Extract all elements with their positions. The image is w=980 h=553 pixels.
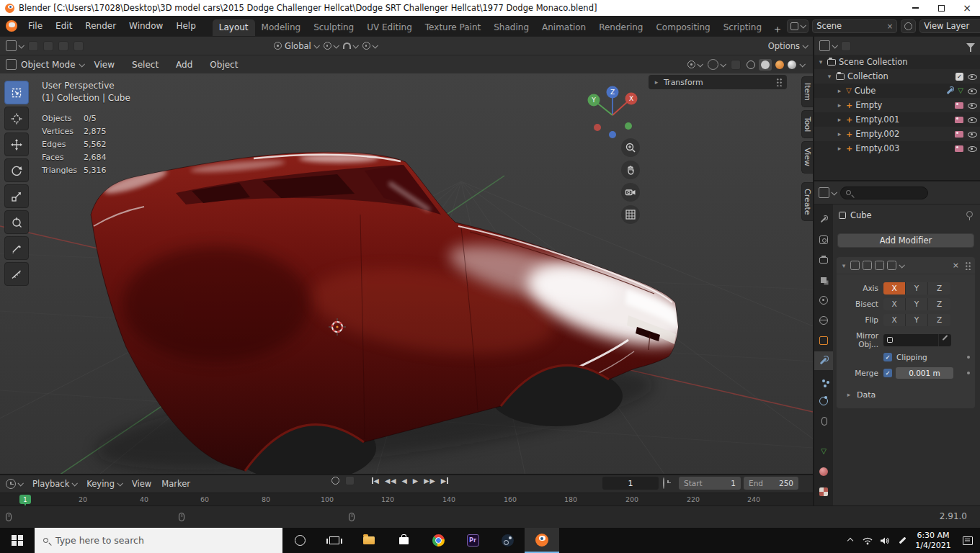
eye-icon[interactable] — [967, 101, 977, 109]
flip-x-toggle[interactable]: X — [883, 314, 906, 326]
tab-texture-props[interactable] — [814, 482, 833, 501]
solid-shading-active[interactable] — [759, 59, 772, 71]
orthographic-toggle-icon[interactable] — [621, 205, 640, 224]
eye-icon[interactable] — [967, 115, 977, 124]
disclosure-icon[interactable]: ▸ — [836, 145, 843, 152]
window-titlebar[interactable]: Blender [C:\Users\17028\Desktop\3D model… — [0, 0, 980, 16]
tab-animation[interactable]: Animation — [535, 19, 592, 36]
panel-collapse-icon[interactable]: ▾ — [840, 262, 847, 269]
tab-tool[interactable]: Tool — [801, 110, 813, 138]
tab-compositing[interactable]: Compositing — [649, 19, 716, 36]
outliner-row-empty-001[interactable]: ▸ + Empty.001 — [814, 112, 980, 127]
viewport-menu-add[interactable]: Add — [169, 55, 199, 73]
file-explorer-button[interactable] — [352, 528, 386, 553]
pin-icon[interactable] — [966, 211, 973, 217]
render-toggle-icon[interactable] — [887, 261, 896, 270]
animate-dot[interactable] — [967, 356, 970, 359]
steam-button[interactable] — [490, 528, 525, 553]
tab-create[interactable]: Create — [801, 182, 813, 222]
task-view-button[interactable] — [317, 528, 352, 553]
preview-range-icon[interactable] — [663, 477, 664, 489]
snap-dropdown[interactable] — [343, 42, 357, 49]
data-subpanel[interactable]: ▸ Data — [837, 388, 975, 401]
viewport-menu-object[interactable]: Object — [203, 55, 244, 73]
timeline-marker-menu[interactable]: Marker — [161, 479, 190, 489]
realtime-toggle-icon[interactable] — [875, 261, 884, 270]
axis-x-toggle[interactable]: X — [883, 282, 906, 295]
tab-view[interactable]: View — [801, 141, 813, 173]
modifier-extras-chevron[interactable] — [899, 262, 904, 268]
timeline-view-menu[interactable]: View — [132, 479, 151, 489]
disclosure-icon[interactable]: ▸ — [836, 87, 843, 94]
outliner-row-collection[interactable]: ▾ Collection ✓ — [814, 69, 980, 84]
show-gizmo-dropdown[interactable] — [687, 60, 702, 68]
playback-menu[interactable]: Playback — [32, 479, 76, 489]
navigation-gizmo[interactable]: Z Y X — [584, 84, 641, 143]
properties-search-input[interactable] — [840, 186, 928, 199]
taskbar-search[interactable]: Type here to search — [35, 528, 282, 553]
mode-dropdown[interactable]: Object Mode — [21, 60, 84, 70]
tab-modifier-props[interactable] — [814, 351, 833, 370]
tray-expand-button[interactable] — [842, 528, 859, 553]
start-frame-field[interactable]: Start1 — [679, 477, 741, 490]
tab-output-props[interactable] — [814, 251, 833, 269]
tab-render-props[interactable] — [814, 230, 833, 249]
proportional-editing-dropdown[interactable] — [362, 42, 377, 50]
mirror-object-field[interactable] — [883, 334, 938, 346]
play-button[interactable]: ▶ — [413, 477, 418, 485]
rendered-shading-icon[interactable] — [788, 60, 796, 69]
taskbar-clock[interactable]: 6:30 AM 1/4/2021 — [911, 531, 956, 551]
scene-selector[interactable]: Scene × — [812, 19, 897, 33]
eyedropper-icon[interactable] — [938, 334, 951, 346]
material-preview-icon[interactable] — [775, 60, 784, 69]
tab-modeling[interactable]: Modeling — [255, 19, 308, 36]
bisect-x-toggle[interactable]: X — [883, 298, 906, 310]
xray-toggle[interactable] — [731, 60, 741, 70]
tab-constraints-props[interactable] — [814, 412, 833, 431]
disclosure-icon[interactable]: ▸ — [836, 116, 843, 123]
rotate-tool[interactable] — [4, 158, 29, 182]
axis-y-toggle[interactable]: Y — [906, 282, 928, 295]
zoom-icon[interactable] — [621, 138, 640, 157]
cursor-tool[interactable] — [4, 107, 29, 130]
jump-to-start-button[interactable]: ◀ — [372, 477, 379, 485]
tab-rendering[interactable]: Rendering — [592, 19, 649, 36]
outliner-row-empty-002[interactable]: ▸ + Empty.002 — [814, 127, 980, 141]
select-box-tool[interactable] — [4, 81, 29, 104]
action-center-button[interactable] — [956, 528, 980, 553]
chrome-button[interactable] — [421, 528, 455, 553]
collection-checkbox[interactable]: ✓ — [956, 73, 963, 81]
add-workspace-button[interactable]: + — [768, 23, 787, 36]
3d-viewport[interactable]: User Perspective (1) Collection | Cube O… — [0, 73, 813, 474]
pivot-point-dropdown[interactable] — [324, 42, 338, 50]
pen-icon[interactable] — [894, 528, 911, 553]
play-reverse-button[interactable]: ◀ — [402, 477, 407, 485]
panel-expand-icon[interactable]: ▸ — [653, 78, 660, 86]
minimize-button[interactable] — [902, 7, 928, 8]
panel-grip[interactable] — [776, 78, 783, 86]
properties-editor-dropdown[interactable] — [819, 187, 836, 198]
overlays-dropdown[interactable] — [708, 59, 725, 70]
flip-z-toggle[interactable]: Z — [928, 314, 950, 326]
shading-options-chevron[interactable] — [799, 61, 805, 67]
cortana-button[interactable] — [282, 528, 317, 553]
scene-unlink-icon[interactable]: × — [887, 22, 893, 30]
outliner-row-scene-collection[interactable]: ▾ Scene Collection — [814, 55, 980, 69]
volume-icon[interactable] — [876, 528, 894, 553]
next-keyframe-button[interactable]: ▶▶ — [424, 477, 435, 485]
eye-icon[interactable] — [967, 86, 977, 95]
pan-hand-icon[interactable] — [621, 161, 640, 179]
outliner-row-empty[interactable]: ▸ + Empty — [814, 98, 980, 112]
viewport-menu-select[interactable]: Select — [125, 55, 165, 73]
start-button[interactable] — [0, 528, 35, 553]
tab-scene-props[interactable] — [814, 291, 833, 310]
modifier-grip[interactable] — [965, 261, 971, 270]
auto-keying-toggle[interactable] — [345, 476, 355, 485]
disclosure-icon[interactable]: ▾ — [826, 73, 833, 80]
wireframe-shading-icon[interactable] — [747, 60, 755, 69]
viewport-editor-icon[interactable] — [6, 59, 17, 70]
tab-layout[interactable]: Layout — [213, 19, 255, 36]
eye-icon[interactable] — [967, 144, 977, 153]
outliner-row-empty-003[interactable]: ▸ + Empty.003 — [814, 141, 980, 156]
menu-file[interactable]: File — [22, 16, 49, 36]
